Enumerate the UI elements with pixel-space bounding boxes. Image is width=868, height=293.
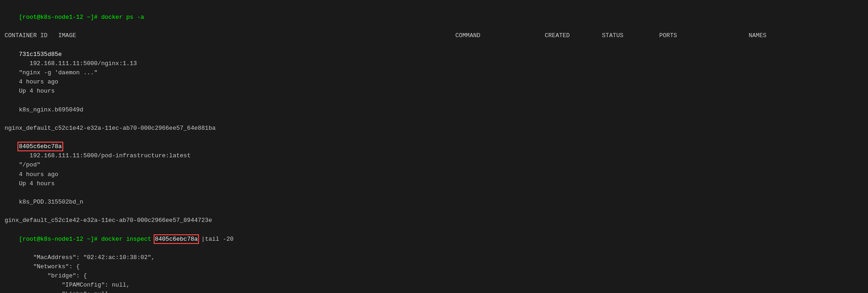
prompt-line-1: [root@k8s-node1-12 ~]# docker ps -a bbox=[5, 4, 863, 31]
docker-row2: 8405c6ebc78a 192.168.111.11:5000/pod-inf… bbox=[5, 133, 863, 216]
inspect-rest: |tail -20 bbox=[198, 236, 233, 243]
bridge-line: "bridge": { bbox=[5, 271, 863, 281]
names-1: k8s_nginx.b695049d bbox=[19, 106, 83, 113]
ports-1 bbox=[19, 97, 108, 104]
created-1: 4 hours ago bbox=[19, 78, 76, 85]
ipamconfig-line: "IPAMConfig": null, bbox=[5, 281, 863, 290]
links-line: "Links": null, bbox=[5, 290, 863, 293]
container-id-2-highlight: 8405c6ebc78a bbox=[19, 143, 62, 150]
terminal: [root@k8s-node1-12 ~]# docker ps -a CONT… bbox=[0, 0, 868, 293]
status-2: Up 4 hours bbox=[19, 180, 76, 187]
prompt-line-2: [root@k8s-node1-12 ~]# docker inspect 84… bbox=[5, 225, 863, 253]
mac-address-line: "MacAddress": "02:42:ac:10:38:02", bbox=[5, 253, 863, 262]
docker-row1: 731c1535d85e 192.168.111.11:5000/nginx:1… bbox=[5, 41, 863, 124]
image-1: 192.168.111.11:5000/nginx:1.13 bbox=[19, 60, 452, 67]
networks-line: "Networks": { bbox=[5, 262, 863, 271]
container-id-1: 731c1535d85e bbox=[19, 51, 62, 58]
header-row: CONTAINER ID IMAGE COMMAND CREATED STATU… bbox=[5, 31, 863, 40]
names-2: k8s_POD.315502bd_n bbox=[19, 199, 83, 205]
command-1: "nginx -g 'daemon ..." bbox=[19, 69, 108, 76]
image-2: 192.168.111.11:5000/pod-infrastructure:l… bbox=[19, 152, 452, 159]
docker-row2-cont: ginx_default_c52c1e42-e32a-11ec-ab70-000… bbox=[5, 216, 863, 225]
created-2: 4 hours ago bbox=[19, 171, 76, 178]
inspect-id: 8405c6ebc78a bbox=[155, 236, 198, 243]
ports-2 bbox=[19, 189, 108, 196]
prompt-2: [root@k8s-node1-12 ~]# docker inspect bbox=[19, 236, 155, 243]
docker-row1-cont: nginx_default_c52c1e42-e32a-11ec-ab70-00… bbox=[5, 124, 863, 133]
prompt-1: [root@k8s-node1-12 ~]# docker ps -a bbox=[19, 14, 144, 21]
command-2: "/pod" bbox=[19, 161, 108, 168]
status-1: Up 4 hours bbox=[19, 88, 76, 94]
